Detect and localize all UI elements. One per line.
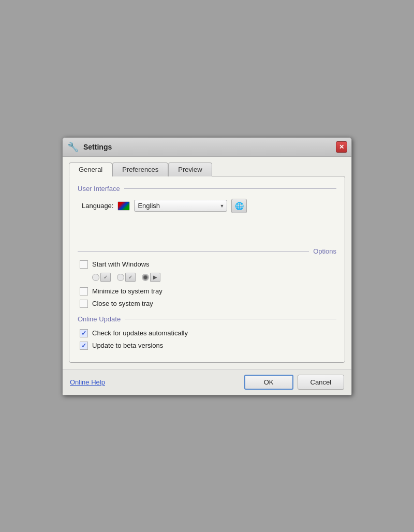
tab-content-general: User Interface Language: English German … — [69, 176, 345, 363]
settings-window: 🔧 Settings ✕ General Preferences Preview… — [62, 137, 352, 395]
close-to-tray-checkbox[interactable] — [80, 300, 88, 308]
settings-icon: 🔧 — [67, 141, 79, 153]
close-to-tray-row: Close to system tray — [78, 300, 336, 308]
check-updates-checkbox[interactable] — [80, 329, 88, 337]
options-section-header: Options — [78, 247, 336, 255]
options-title: Options — [313, 247, 336, 255]
window-title: Settings — [83, 143, 112, 151]
radio-icon-1[interactable]: ✓ — [100, 273, 111, 282]
title-bar-left: 🔧 Settings — [67, 141, 112, 153]
radio-option-1: ✓ — [92, 273, 111, 282]
check-updates-label: Check for updates automatically — [92, 329, 188, 337]
options-line — [78, 251, 309, 252]
radio-button-2[interactable] — [117, 274, 124, 281]
radio-button-3[interactable] — [142, 274, 149, 281]
spacer — [78, 221, 336, 247]
online-update-line — [125, 319, 336, 319]
tab-preview[interactable]: Preview — [168, 162, 212, 176]
radio-option-2: ✓ — [117, 273, 136, 282]
beta-versions-row: Update to beta versions — [78, 342, 336, 350]
minimize-to-tray-label: Minimize to system tray — [92, 287, 162, 295]
online-help-link[interactable]: Online Help — [70, 378, 105, 386]
radio-button-1[interactable] — [92, 274, 99, 281]
language-flag-icon — [117, 201, 130, 211]
cancel-button[interactable]: Cancel — [298, 375, 344, 390]
close-to-tray-label: Close to system tray — [92, 300, 153, 307]
radio-icon-row: ✓ ✓ ▶ — [78, 273, 336, 282]
beta-versions-label: Update to beta versions — [92, 342, 163, 349]
online-update-title: Online Update — [78, 315, 121, 323]
tab-preferences[interactable]: Preferences — [112, 162, 168, 176]
window-footer: Online Help OK Cancel — [63, 369, 351, 395]
start-with-windows-row: Start with Windows — [78, 260, 336, 269]
start-with-windows-checkbox[interactable] — [80, 260, 88, 269]
window-body: General Preferences Preview User Interfa… — [63, 157, 351, 369]
tab-bar: General Preferences Preview — [69, 162, 345, 176]
language-refresh-button[interactable]: 🌐 — [231, 199, 247, 213]
language-row: Language: English German French Spanish … — [78, 199, 336, 213]
online-update-section-header: Online Update — [78, 315, 336, 323]
footer-buttons: OK Cancel — [244, 375, 344, 390]
close-button[interactable]: ✕ — [336, 141, 347, 153]
title-bar: 🔧 Settings ✕ — [63, 138, 351, 157]
user-interface-line — [124, 188, 336, 189]
beta-versions-checkbox[interactable] — [80, 342, 88, 350]
radio-icon-2[interactable]: ✓ — [125, 273, 136, 282]
radio-option-3: ▶ — [142, 273, 160, 282]
user-interface-title: User Interface — [78, 185, 120, 193]
check-updates-row: Check for updates automatically — [78, 329, 336, 337]
ok-button[interactable]: OK — [244, 375, 293, 390]
user-interface-section-header: User Interface — [78, 185, 336, 193]
minimize-to-tray-checkbox[interactable] — [80, 287, 88, 295]
language-label: Language: — [82, 202, 113, 210]
start-with-windows-label: Start with Windows — [92, 260, 150, 268]
tab-general[interactable]: General — [69, 162, 112, 176]
minimize-to-tray-row: Minimize to system tray — [78, 287, 336, 295]
refresh-icon: 🌐 — [235, 202, 244, 210]
language-select[interactable]: English German French Spanish Italian — [134, 200, 227, 212]
language-select-wrapper: English German French Spanish Italian — [134, 200, 227, 212]
radio-icon-3[interactable]: ▶ — [150, 273, 160, 282]
